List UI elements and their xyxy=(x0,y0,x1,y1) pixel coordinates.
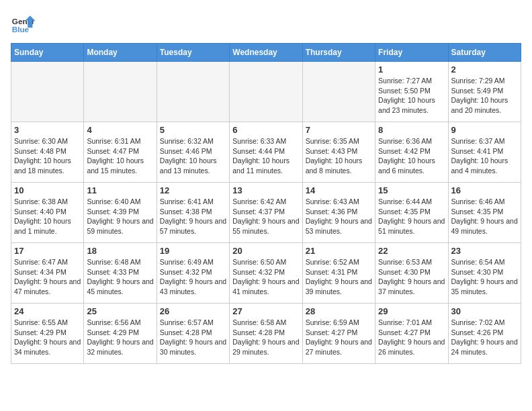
calendar-cell: 6Sunrise: 6:33 AM Sunset: 4:44 PM Daylig… xyxy=(230,122,302,183)
calendar-cell: 8Sunrise: 6:36 AM Sunset: 4:42 PM Daylig… xyxy=(375,122,448,183)
calendar-week-row: 1Sunrise: 7:27 AM Sunset: 5:50 PM Daylig… xyxy=(11,62,521,122)
day-info: Sunrise: 6:57 AM Sunset: 4:28 PM Dayligh… xyxy=(160,318,226,357)
calendar-cell xyxy=(157,62,229,122)
day-info: Sunrise: 6:37 AM Sunset: 4:41 PM Dayligh… xyxy=(451,136,518,176)
calendar-week-row: 10Sunrise: 6:38 AM Sunset: 4:40 PM Dayli… xyxy=(11,183,521,243)
day-info: Sunrise: 6:53 AM Sunset: 4:30 PM Dayligh… xyxy=(378,257,445,297)
day-number: 3 xyxy=(14,125,81,135)
day-info: Sunrise: 6:55 AM Sunset: 4:29 PM Dayligh… xyxy=(14,318,81,357)
day-info: Sunrise: 6:38 AM Sunset: 4:40 PM Dayligh… xyxy=(14,197,81,236)
calendar-cell: 23Sunrise: 6:54 AM Sunset: 4:30 PM Dayli… xyxy=(448,243,521,304)
calendar-cell xyxy=(230,62,302,122)
logo-icon: General Blue xyxy=(11,11,35,35)
day-info: Sunrise: 6:56 AM Sunset: 4:29 PM Dayligh… xyxy=(87,318,153,357)
weekday-header: Thursday xyxy=(302,44,375,62)
calendar-cell: 5Sunrise: 6:32 AM Sunset: 4:46 PM Daylig… xyxy=(157,122,229,183)
day-info: Sunrise: 6:44 AM Sunset: 4:35 PM Dayligh… xyxy=(378,197,445,236)
day-number: 23 xyxy=(451,246,518,256)
day-info: Sunrise: 6:52 AM Sunset: 4:31 PM Dayligh… xyxy=(306,257,372,297)
day-number: 17 xyxy=(14,246,81,256)
day-number: 22 xyxy=(378,246,445,256)
weekday-header: Saturday xyxy=(448,44,521,62)
calendar-cell: 22Sunrise: 6:53 AM Sunset: 4:30 PM Dayli… xyxy=(375,243,448,304)
logo: General Blue xyxy=(11,11,35,35)
weekday-header-row: SundayMondayTuesdayWednesdayThursdayFrid… xyxy=(11,44,521,62)
calendar-cell: 27Sunrise: 6:58 AM Sunset: 4:28 PM Dayli… xyxy=(230,304,302,364)
day-info: Sunrise: 6:50 AM Sunset: 4:32 PM Dayligh… xyxy=(232,257,299,297)
day-number: 1 xyxy=(378,64,445,75)
page-header: General Blue xyxy=(11,11,521,35)
day-info: Sunrise: 6:46 AM Sunset: 4:35 PM Dayligh… xyxy=(451,197,518,236)
weekday-header: Sunday xyxy=(11,44,84,62)
day-info: Sunrise: 6:54 AM Sunset: 4:30 PM Dayligh… xyxy=(451,257,518,297)
day-number: 4 xyxy=(87,125,153,135)
day-number: 7 xyxy=(306,125,372,135)
calendar-cell: 19Sunrise: 6:49 AM Sunset: 4:32 PM Dayli… xyxy=(157,243,229,304)
day-number: 10 xyxy=(14,185,81,195)
day-number: 2 xyxy=(451,64,518,75)
day-number: 20 xyxy=(232,246,299,256)
weekday-header: Friday xyxy=(375,44,448,62)
calendar-cell: 26Sunrise: 6:57 AM Sunset: 4:28 PM Dayli… xyxy=(157,304,229,364)
calendar-cell: 28Sunrise: 6:59 AM Sunset: 4:27 PM Dayli… xyxy=(302,304,375,364)
calendar-cell: 29Sunrise: 7:01 AM Sunset: 4:27 PM Dayli… xyxy=(375,304,448,364)
day-info: Sunrise: 6:41 AM Sunset: 4:38 PM Dayligh… xyxy=(160,197,226,236)
calendar-cell: 9Sunrise: 6:37 AM Sunset: 4:41 PM Daylig… xyxy=(448,122,521,183)
calendar-cell: 18Sunrise: 6:48 AM Sunset: 4:33 PM Dayli… xyxy=(84,243,157,304)
day-info: Sunrise: 6:59 AM Sunset: 4:27 PM Dayligh… xyxy=(306,318,372,357)
day-number: 9 xyxy=(451,125,518,135)
calendar-cell: 12Sunrise: 6:41 AM Sunset: 4:38 PM Dayli… xyxy=(157,183,229,243)
day-info: Sunrise: 6:36 AM Sunset: 4:42 PM Dayligh… xyxy=(378,136,445,176)
day-number: 5 xyxy=(160,125,226,135)
day-info: Sunrise: 6:42 AM Sunset: 4:37 PM Dayligh… xyxy=(232,197,299,236)
day-number: 30 xyxy=(451,306,518,316)
day-info: Sunrise: 6:31 AM Sunset: 4:47 PM Dayligh… xyxy=(87,136,153,176)
calendar: SundayMondayTuesdayWednesdayThursdayFrid… xyxy=(11,43,521,364)
day-info: Sunrise: 6:58 AM Sunset: 4:28 PM Dayligh… xyxy=(232,318,299,357)
day-info: Sunrise: 7:29 AM Sunset: 5:49 PM Dayligh… xyxy=(451,76,518,116)
day-number: 14 xyxy=(306,185,372,195)
day-number: 15 xyxy=(378,185,445,195)
calendar-cell: 10Sunrise: 6:38 AM Sunset: 4:40 PM Dayli… xyxy=(11,183,84,243)
weekday-header: Monday xyxy=(84,44,157,62)
calendar-cell: 25Sunrise: 6:56 AM Sunset: 4:29 PM Dayli… xyxy=(84,304,157,364)
day-number: 13 xyxy=(232,185,299,195)
day-number: 6 xyxy=(232,125,299,135)
weekday-header: Wednesday xyxy=(230,44,302,62)
calendar-cell: 14Sunrise: 6:43 AM Sunset: 4:36 PM Dayli… xyxy=(302,183,375,243)
day-info: Sunrise: 7:02 AM Sunset: 4:26 PM Dayligh… xyxy=(451,318,518,357)
day-number: 12 xyxy=(160,185,226,195)
day-number: 29 xyxy=(378,306,445,316)
calendar-week-row: 24Sunrise: 6:55 AM Sunset: 4:29 PM Dayli… xyxy=(11,304,521,364)
calendar-cell: 11Sunrise: 6:40 AM Sunset: 4:39 PM Dayli… xyxy=(84,183,157,243)
calendar-cell: 16Sunrise: 6:46 AM Sunset: 4:35 PM Dayli… xyxy=(448,183,521,243)
day-info: Sunrise: 6:33 AM Sunset: 4:44 PM Dayligh… xyxy=(232,136,299,176)
day-info: Sunrise: 6:49 AM Sunset: 4:32 PM Dayligh… xyxy=(160,257,226,297)
day-number: 25 xyxy=(87,306,153,316)
calendar-week-row: 17Sunrise: 6:47 AM Sunset: 4:34 PM Dayli… xyxy=(11,243,521,304)
calendar-cell: 15Sunrise: 6:44 AM Sunset: 4:35 PM Dayli… xyxy=(375,183,448,243)
day-info: Sunrise: 6:30 AM Sunset: 4:48 PM Dayligh… xyxy=(14,136,81,176)
day-number: 11 xyxy=(87,185,153,195)
calendar-cell: 1Sunrise: 7:27 AM Sunset: 5:50 PM Daylig… xyxy=(375,62,448,122)
day-number: 24 xyxy=(14,306,81,316)
day-number: 8 xyxy=(378,125,445,135)
calendar-cell: 4Sunrise: 6:31 AM Sunset: 4:47 PM Daylig… xyxy=(84,122,157,183)
day-number: 21 xyxy=(306,246,372,256)
calendar-cell: 13Sunrise: 6:42 AM Sunset: 4:37 PM Dayli… xyxy=(230,183,302,243)
day-info: Sunrise: 6:43 AM Sunset: 4:36 PM Dayligh… xyxy=(306,197,372,236)
day-number: 18 xyxy=(87,246,153,256)
calendar-cell: 7Sunrise: 6:35 AM Sunset: 4:43 PM Daylig… xyxy=(302,122,375,183)
day-info: Sunrise: 6:48 AM Sunset: 4:33 PM Dayligh… xyxy=(87,257,153,297)
day-number: 27 xyxy=(232,306,299,316)
calendar-cell: 21Sunrise: 6:52 AM Sunset: 4:31 PM Dayli… xyxy=(302,243,375,304)
day-info: Sunrise: 6:32 AM Sunset: 4:46 PM Dayligh… xyxy=(160,136,226,176)
day-info: Sunrise: 7:27 AM Sunset: 5:50 PM Dayligh… xyxy=(378,76,445,116)
day-number: 28 xyxy=(306,306,372,316)
day-info: Sunrise: 6:35 AM Sunset: 4:43 PM Dayligh… xyxy=(306,136,372,176)
calendar-week-row: 3Sunrise: 6:30 AM Sunset: 4:48 PM Daylig… xyxy=(11,122,521,183)
day-info: Sunrise: 7:01 AM Sunset: 4:27 PM Dayligh… xyxy=(378,318,445,357)
weekday-header: Tuesday xyxy=(157,44,229,62)
calendar-cell xyxy=(302,62,375,122)
calendar-cell: 17Sunrise: 6:47 AM Sunset: 4:34 PM Dayli… xyxy=(11,243,84,304)
